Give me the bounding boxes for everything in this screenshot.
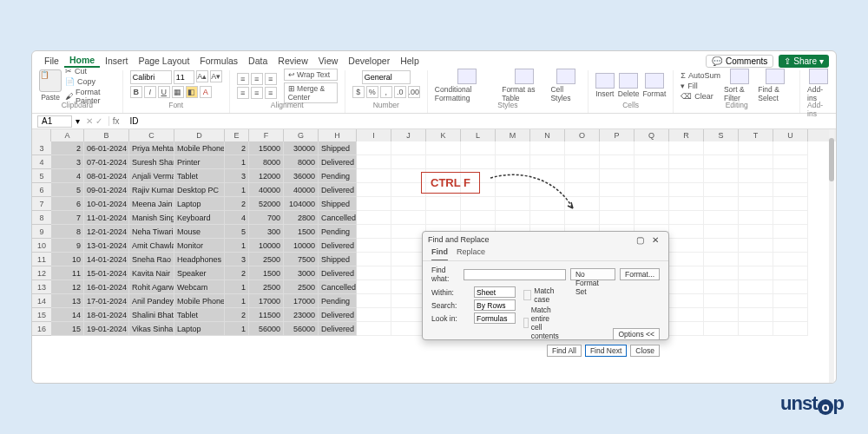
empty-cell[interactable] — [669, 169, 704, 183]
empty-cell[interactable] — [357, 253, 391, 266]
cell[interactable]: Shipped — [319, 253, 357, 266]
empty-cell[interactable] — [530, 197, 565, 211]
cell[interactable]: 15000 — [249, 141, 284, 155]
cell[interactable]: Vikas Sinha — [129, 322, 174, 336]
empty-cell[interactable] — [391, 239, 426, 253]
cell[interactable]: 10 — [51, 253, 84, 266]
cell[interactable]: Pending — [319, 294, 357, 308]
empty-cell[interactable] — [426, 141, 461, 155]
empty-cell[interactable] — [773, 183, 808, 197]
empty-cell[interactable] — [391, 266, 426, 280]
borders-button[interactable]: ▦ — [172, 86, 184, 98]
menu-data[interactable]: Data — [243, 56, 273, 66]
empty-cell[interactable] — [669, 197, 704, 211]
col-header-B[interactable]: B — [84, 129, 129, 141]
fill-color-button[interactable]: ◧ — [186, 86, 198, 98]
cell[interactable]: 1500 — [284, 225, 319, 239]
empty-cell[interactable] — [669, 322, 704, 336]
empty-cell[interactable] — [357, 169, 391, 183]
table-row[interactable]: 307-01-2024Suresh SharmaPrinter180008000… — [51, 155, 808, 169]
font-color-button[interactable]: A — [200, 86, 212, 98]
cell[interactable]: 19-01-2024 — [84, 322, 129, 336]
cell[interactable]: 06-01-2024 — [84, 141, 129, 155]
cell[interactable]: Anil Pandey — [129, 294, 174, 308]
empty-cell[interactable] — [496, 155, 530, 169]
cell[interactable]: 10-01-2024 — [84, 197, 129, 211]
cell[interactable]: 1500 — [249, 266, 284, 280]
cell[interactable]: Rohit Agarwal — [129, 280, 174, 294]
menu-formulas[interactable]: Formulas — [194, 56, 243, 66]
empty-cell[interactable] — [669, 155, 704, 169]
cell[interactable]: Delivered — [319, 183, 357, 197]
cell[interactable]: Delivered — [319, 266, 357, 280]
format-cells-button[interactable]: Format — [642, 73, 666, 98]
close-button[interactable]: Close — [630, 345, 660, 357]
row-header-15[interactable]: 15 — [32, 308, 51, 322]
empty-cell[interactable] — [461, 141, 496, 155]
cell[interactable]: Headphones — [174, 253, 225, 266]
find-select-button[interactable]: Find & Select — [758, 69, 792, 102]
cell[interactable]: 08-01-2024 — [84, 169, 129, 183]
tab-replace[interactable]: Replace — [457, 247, 485, 260]
col-header-U[interactable]: U — [773, 129, 808, 141]
bold-button[interactable]: B — [130, 86, 142, 98]
conditional-formatting-button[interactable]: Conditional Formatting — [435, 69, 498, 102]
match-cell-checkbox[interactable]: Match entire cell contents — [523, 306, 562, 340]
menu-review[interactable]: Review — [273, 56, 312, 66]
cell[interactable]: 8000 — [249, 155, 284, 169]
empty-cell[interactable] — [530, 211, 565, 225]
empty-cell[interactable] — [739, 280, 773, 294]
align-center-button[interactable]: ≡ — [251, 87, 263, 99]
cell[interactable]: 56000 — [249, 322, 284, 336]
cell[interactable]: 1 — [225, 280, 249, 294]
empty-cell[interactable] — [739, 266, 773, 280]
cell[interactable]: Meena Jain — [129, 197, 174, 211]
match-case-checkbox[interactable]: Match case — [523, 286, 562, 304]
empty-cell[interactable] — [669, 266, 704, 280]
cell[interactable]: 15 — [51, 322, 84, 336]
empty-cell[interactable] — [530, 169, 565, 183]
empty-cell[interactable] — [600, 169, 635, 183]
empty-cell[interactable] — [357, 211, 391, 225]
cell[interactable]: 14 — [51, 308, 84, 322]
merge-center-button[interactable]: ⊞ Merge & Center — [284, 82, 338, 103]
row-header-16[interactable]: 16 — [32, 322, 51, 336]
cell[interactable]: Sneha Rao — [129, 253, 174, 266]
table-row[interactable]: 610-01-2024Meena JainLaptop252000104000S… — [51, 197, 808, 211]
empty-cell[interactable] — [669, 211, 704, 225]
fill-button[interactable]: ▾ Fill — [681, 82, 720, 90]
cell[interactable]: Priya Mehta — [129, 141, 174, 155]
align-middle-button[interactable]: ≡ — [251, 73, 263, 85]
cell[interactable]: 1 — [225, 322, 249, 336]
cell[interactable]: 40000 — [249, 183, 284, 197]
empty-cell[interactable] — [391, 294, 426, 308]
cell[interactable]: Neha Tiwari — [129, 225, 174, 239]
cell[interactable]: Pending — [319, 225, 357, 239]
share-button[interactable]: ⇪ Share ▾ — [779, 55, 829, 68]
vertical-scrollbar[interactable] — [829, 129, 834, 383]
cell[interactable]: 15-01-2024 — [84, 266, 129, 280]
find-next-button[interactable]: Find Next — [585, 345, 627, 357]
empty-cell[interactable] — [635, 169, 669, 183]
lookin-select[interactable] — [474, 312, 516, 324]
cell[interactable]: 3 — [51, 155, 84, 169]
cell[interactable]: 8000 — [284, 155, 319, 169]
menu-developer[interactable]: Developer — [343, 56, 395, 66]
empty-cell[interactable] — [357, 225, 391, 239]
empty-cell[interactable] — [357, 308, 391, 322]
empty-cell[interactable] — [496, 141, 530, 155]
empty-cell[interactable] — [635, 211, 669, 225]
cell[interactable]: Kavita Nair — [129, 266, 174, 280]
empty-cell[interactable] — [739, 294, 773, 308]
cell[interactable]: 2 — [51, 141, 84, 155]
empty-cell[interactable] — [773, 211, 808, 225]
empty-cell[interactable] — [357, 197, 391, 211]
empty-cell[interactable] — [530, 141, 565, 155]
cell[interactable]: 11-01-2024 — [84, 211, 129, 225]
cell[interactable]: 7 — [51, 211, 84, 225]
font-family-select[interactable] — [130, 70, 172, 84]
empty-cell[interactable] — [669, 239, 704, 253]
copy-button[interactable]: 📄 Copy — [65, 77, 115, 86]
cell[interactable]: 1 — [225, 294, 249, 308]
cell[interactable]: 23000 — [284, 308, 319, 322]
